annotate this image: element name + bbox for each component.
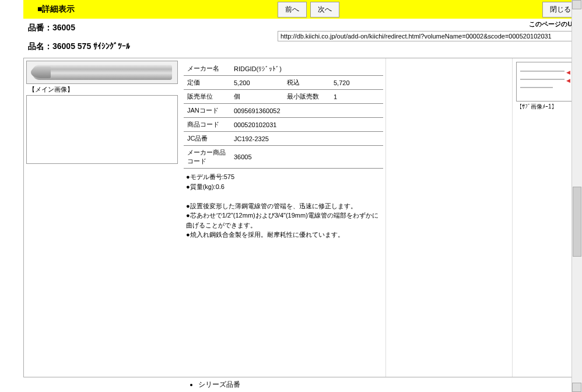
- thumbnail-image[interactable]: ◀ ◀: [516, 62, 574, 102]
- desc-line: ●設置後変形した薄鋼電線管の管端を、迅速に修正します。: [186, 201, 381, 211]
- desc-line: ●焼入れ鋼鉄合金製を採用。耐摩耗性に優れています。: [186, 230, 381, 240]
- name-value: 36005 575 ｻｲｼﾝｸﾞﾂｰﾙ: [52, 41, 130, 51]
- minqty-value: 1: [330, 90, 383, 104]
- secondary-image-frame: [26, 95, 178, 164]
- makercode-label: メーカー商品コード: [184, 146, 230, 169]
- next-button[interactable]: 次へ: [310, 2, 339, 18]
- unit-label: 販売単位: [184, 90, 230, 104]
- jc-value: JC192-2325: [230, 132, 383, 146]
- table-row: 販売単位 個 最小販売数 1: [184, 90, 383, 104]
- table-row: JC品番 JC192-2325: [184, 132, 383, 146]
- minqty-label: 最小販売数: [283, 90, 330, 104]
- thumbnail-caption: 【ｻﾌﾞ画像ﾒｰ1】: [516, 102, 579, 111]
- main-image[interactable]: [26, 61, 178, 84]
- maker-value: RIDGID(ﾘｼﾞｯﾄﾞ): [230, 62, 383, 76]
- desc-line: ●モデル番号:575: [186, 172, 381, 182]
- scroll-up-icon[interactable]: [572, 0, 581, 9]
- series-code-item: シリーズ品番: [198, 380, 582, 390]
- header-bar: ■詳細表示 前へ 次へ 閉じる: [23, 0, 582, 19]
- table-row: メーカー名 RIDGID(ﾘｼﾞｯﾄﾞ): [184, 62, 383, 76]
- prodcode-value: 000520102031: [230, 118, 383, 132]
- main-image-caption: 【メイン画像】: [26, 84, 179, 94]
- desc-line: ●芯あわせで1/2"(12mm)および3/4"(19mm)電線管の端部をわずかに…: [186, 211, 381, 230]
- table-row: JANコード 0095691360052: [184, 104, 383, 118]
- vertical-scrollbar[interactable]: [572, 0, 582, 392]
- page-title: ■詳細表示: [28, 4, 75, 15]
- price-value: 5,200: [230, 76, 283, 90]
- prev-button[interactable]: 前へ: [278, 2, 307, 18]
- maker-label: メーカー名: [184, 62, 230, 76]
- description-block: ●モデル番号:575 ●質量(kg):0.6 ●設置後変形した薄鋼電線管の管端を…: [184, 169, 383, 243]
- spacer-column: [385, 58, 513, 377]
- tax-value: 5,720: [330, 76, 383, 90]
- makercode-value: 36005: [230, 146, 383, 169]
- price-label: 定価: [184, 76, 230, 90]
- arrow-icon: ◀: [566, 78, 570, 83]
- table-row: メーカー商品コード 36005: [184, 146, 383, 169]
- code-label: 品番：: [28, 23, 52, 32]
- jan-label: JANコード: [184, 104, 230, 118]
- tax-label: 税込: [283, 76, 330, 90]
- bottom-list: シリーズ品番: [23, 377, 582, 390]
- arrow-icon: ◀: [566, 69, 570, 75]
- spec-table: メーカー名 RIDGID(ﾘｼﾞｯﾄﾞ) 定価 5,200 税込 5,720 販…: [184, 62, 383, 169]
- table-row: 定価 5,200 税込 5,720: [184, 76, 383, 90]
- prodcode-label: 商品コード: [184, 118, 230, 132]
- image-column: 【メイン画像】: [24, 58, 181, 377]
- jc-label: JC品番: [184, 132, 230, 146]
- unit-value: 個: [230, 90, 283, 104]
- scroll-down-icon[interactable]: [572, 383, 581, 392]
- spec-column: メーカー名 RIDGID(ﾘｼﾞｯﾄﾞ) 定価 5,200 税込 5,720 販…: [181, 58, 385, 377]
- name-label: 品名：: [28, 41, 52, 51]
- scroll-thumb[interactable]: [573, 187, 581, 257]
- jan-value: 0095691360052: [230, 104, 383, 118]
- desc-line: ●質量(kg):0.6: [186, 182, 381, 192]
- main-detail-box: 【メイン画像】 メーカー名 RIDGID(ﾘｼﾞｯﾄﾞ) 定価 5,200 税込…: [23, 58, 582, 377]
- code-value: 36005: [52, 23, 75, 32]
- url-input[interactable]: [278, 31, 581, 41]
- table-row: 商品コード 000520102031: [184, 118, 383, 132]
